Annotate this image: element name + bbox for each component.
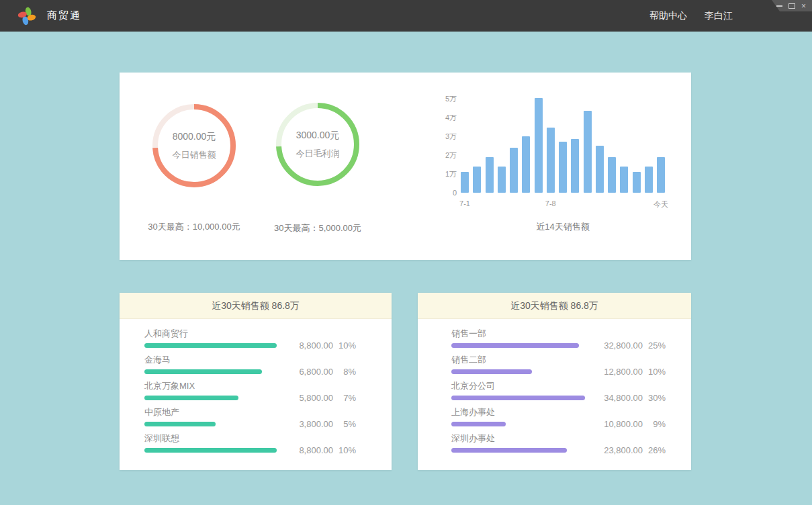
- rank-row-bar: [451, 396, 585, 400]
- rank-row-bar: [451, 422, 506, 426]
- customer-ranking-card: 近30天销售额 86.8万 人和商贸行8,800.0010%金海马6,800.0…: [120, 293, 392, 470]
- rank-row-value: 8,800.00: [285, 445, 333, 455]
- rank-row-name: 人和商贸行: [144, 328, 356, 338]
- minimize-button[interactable]: [776, 2, 782, 10]
- rank-row-percent: 10%: [643, 367, 666, 377]
- rank-row: 销售二部12,800.0010%: [451, 355, 666, 375]
- topbar-nav: 帮助中心 李白江: [649, 10, 733, 22]
- rank-row-numbers: 6,800.008%: [285, 367, 356, 377]
- rank-row-bar: [144, 448, 277, 453]
- rank-row-bar: [451, 448, 567, 453]
- rank-row-line: 6,800.008%: [144, 369, 356, 375]
- rank-row-line: 10,800.009%: [451, 421, 666, 427]
- rank-row: 深圳办事处23,800.0026%: [451, 433, 666, 453]
- rank-row-bar: [144, 369, 262, 374]
- today-profit-value: 3000.00元: [296, 130, 340, 142]
- rank-row-numbers: 3,800.005%: [285, 419, 356, 429]
- today-sales-label: 今日销售额: [173, 149, 216, 161]
- bar-chart-x-axis: 7-17-8今天: [461, 199, 665, 210]
- title-bar: 商贸通 帮助中心 李白江 ×: [0, 0, 812, 32]
- rank-row-percent: 30%: [643, 393, 666, 403]
- rank-row-percent: 5%: [333, 419, 356, 429]
- rank-row-line: 12,800.0010%: [451, 369, 666, 375]
- rank-row-name: 深圳办事处: [451, 433, 666, 443]
- rank-row-line: 8,800.0010%: [144, 342, 356, 349]
- department-ranking-title: 近30天销售额 86.8万: [418, 293, 691, 319]
- daily-sales-bar: [461, 172, 469, 193]
- window-controls: ×: [772, 0, 812, 11]
- x-tick: 7-1: [459, 199, 470, 208]
- daily-sales-bar: [645, 167, 653, 193]
- rank-row-numbers: 12,800.0010%: [594, 367, 666, 377]
- maximize-button[interactable]: [788, 2, 795, 10]
- rank-row-line: 5,800.007%: [144, 395, 356, 401]
- help-center-link[interactable]: 帮助中心: [649, 10, 687, 22]
- daily-sales-bar: [510, 148, 518, 193]
- rank-row-numbers: 23,800.0026%: [594, 445, 666, 455]
- daily-sales-bar: [486, 157, 494, 193]
- rank-row-value: 10,800.00: [594, 419, 643, 429]
- sales-14day-bar-chart: [461, 89, 665, 193]
- rank-row-line: 34,800.0030%: [451, 395, 666, 401]
- rank-row-numbers: 32,800.0025%: [594, 340, 666, 351]
- close-button[interactable]: ×: [801, 2, 806, 10]
- app-title: 商贸通: [47, 9, 81, 22]
- rank-row-numbers: 8,800.0010%: [285, 445, 356, 455]
- daily-sales-bar: [620, 167, 628, 193]
- department-ranking-rows: 销售一部32,800.0025%销售二部12,800.0010%北京分公司34,…: [418, 319, 691, 453]
- today-sales-donut: 8000.00元 今日销售额: [150, 102, 238, 189]
- overview-card: 8000.00元 今日销售额 30天最高：10,000.00元 3000.00元…: [120, 73, 691, 260]
- daily-sales-bar: [547, 128, 555, 193]
- y-tick: 1万: [445, 169, 457, 179]
- rank-row-bar: [144, 343, 277, 348]
- bar-chart-title: 近14天销售额: [461, 221, 665, 233]
- rank-row-percent: 10%: [333, 340, 356, 351]
- rank-row-value: 8,800.00: [285, 340, 333, 351]
- y-tick: 2万: [445, 150, 457, 160]
- rank-row: 北京分公司34,800.0030%: [451, 381, 666, 401]
- y-tick: 3万: [445, 132, 457, 142]
- rank-row-percent: 8%: [333, 367, 356, 377]
- rank-row-name: 中原地产: [144, 407, 356, 417]
- rank-row-name: 金海马: [144, 355, 356, 365]
- rank-row-bar: [144, 422, 216, 426]
- rank-row-name: 深圳联想: [144, 433, 356, 443]
- y-tick: 0: [453, 189, 457, 197]
- rank-row-name: 销售一部: [451, 328, 666, 338]
- rank-row-percent: 7%: [333, 393, 356, 403]
- app-logo-icon: [17, 6, 36, 26]
- rank-row-numbers: 10,800.009%: [594, 419, 666, 429]
- today-profit-donut: 3000.00元 今日毛利润: [274, 101, 361, 188]
- rank-row-name: 上海办事处: [451, 407, 666, 417]
- daily-sales-bar: [535, 98, 543, 193]
- daily-sales-bar: [559, 142, 567, 193]
- y-tick: 4万: [445, 113, 457, 123]
- rank-row-numbers: 5,800.007%: [285, 393, 356, 403]
- x-tick: 今天: [653, 199, 668, 210]
- department-ranking-card: 近30天销售额 86.8万 销售一部32,800.0025%销售二部12,800…: [418, 293, 691, 470]
- rank-row-percent: 10%: [333, 445, 356, 455]
- rank-row-bar: [451, 343, 579, 348]
- rank-row-line: 3,800.005%: [144, 421, 356, 427]
- user-menu[interactable]: 李白江: [705, 10, 733, 22]
- daily-sales-bar: [498, 167, 506, 193]
- daily-sales-bar: [596, 146, 604, 193]
- daily-sales-bar: [473, 167, 481, 193]
- customer-ranking-rows: 人和商贸行8,800.0010%金海马6,800.008%北京万象MIX5,80…: [120, 319, 392, 453]
- daily-sales-bar: [571, 139, 579, 193]
- rank-row: 人和商贸行8,800.0010%: [144, 328, 356, 349]
- rank-row-name: 北京万象MIX: [144, 381, 356, 391]
- today-sales-value: 8000.00元: [173, 131, 216, 143]
- daily-sales-bar: [522, 136, 530, 193]
- rank-row-numbers: 34,800.0030%: [594, 393, 666, 403]
- rank-row-line: 8,800.0010%: [144, 447, 356, 453]
- rank-row-numbers: 8,800.0010%: [285, 340, 356, 351]
- rank-row-value: 32,800.00: [594, 340, 643, 351]
- rank-row: 北京万象MIX5,800.007%: [144, 381, 356, 401]
- rank-row-bar: [451, 369, 532, 374]
- rank-row-percent: 26%: [643, 445, 666, 455]
- rank-row-name: 北京分公司: [451, 381, 666, 391]
- rank-row: 上海办事处10,800.009%: [451, 407, 666, 427]
- rank-row-value: 5,800.00: [285, 393, 333, 403]
- x-tick: 7-8: [545, 199, 556, 208]
